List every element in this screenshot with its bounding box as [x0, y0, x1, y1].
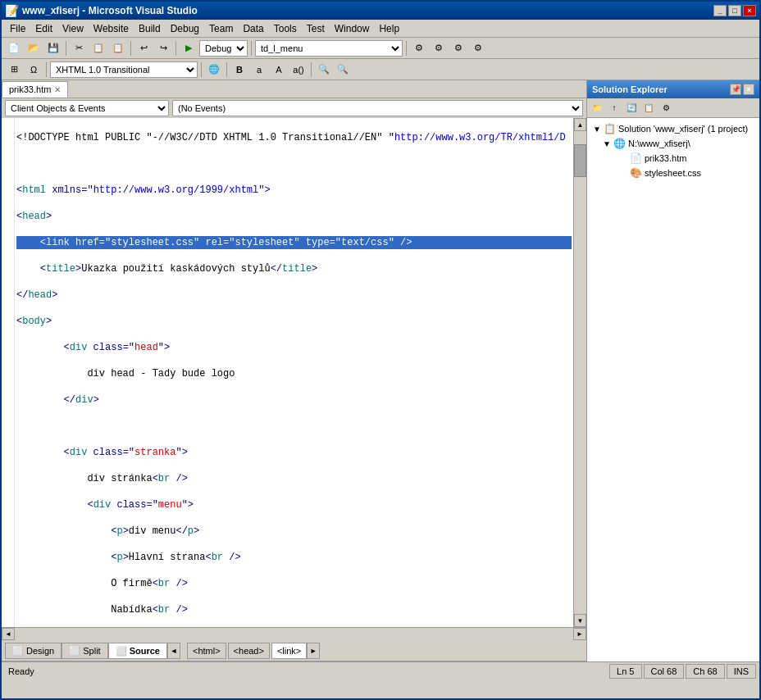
sep8: [226, 62, 227, 77]
menu-debug[interactable]: Debug: [166, 21, 204, 36]
close-sol-btn[interactable]: ×: [743, 84, 754, 95]
breadcrumb-link[interactable]: <link>: [271, 643, 307, 659]
save-btn[interactable]: 💾: [44, 39, 62, 57]
scroll-up-btn[interactable]: ▲: [574, 118, 586, 131]
design-btn[interactable]: ⬜ Design: [5, 643, 62, 659]
code-line-5: <link href="stylesheet.css" rel="stylesh…: [16, 236, 572, 249]
target-dropdown[interactable]: td_l_menu: [255, 40, 403, 57]
web-btn[interactable]: 🌐: [205, 61, 223, 79]
scroll-down-btn[interactable]: ▼: [574, 614, 586, 627]
split-icon: ⬜: [69, 646, 80, 657]
tree-project[interactable]: ▼ 🌐 N:\www_xfiserj\: [587, 136, 759, 151]
code-line-9: <div class="head">: [16, 341, 572, 354]
code-line-8: <body>: [16, 315, 572, 328]
code-line-14: div stránka<br />: [16, 472, 572, 485]
paste-btn[interactable]: 📋: [109, 39, 127, 57]
code-line-17: <p>Hlavní strana<br />: [16, 551, 572, 564]
menu-bar: File Edit View Website Build Debug Team …: [2, 20, 759, 38]
menu-view[interactable]: View: [57, 21, 89, 36]
breadcrumb-html[interactable]: <html>: [187, 643, 226, 659]
tree-toggle-project: ▼: [600, 139, 613, 148]
project-label: N:\www_xfiserj\: [628, 139, 690, 148]
solution-icon: 📋: [604, 123, 616, 134]
split-btn[interactable]: ⬜ Split: [62, 643, 107, 659]
format-btn2[interactable]: a: [250, 61, 268, 79]
spacer2: [617, 169, 630, 178]
copy-btn[interactable]: 📋: [89, 39, 107, 57]
client-objects-dropdown[interactable]: Client Objects & Events: [5, 100, 169, 116]
menu-tools[interactable]: Tools: [269, 21, 302, 36]
menu-build[interactable]: Build: [134, 21, 166, 36]
scroll-thumb[interactable]: [574, 144, 586, 177]
css-icon: 🎨: [630, 167, 642, 179]
code-editor[interactable]: <!DOCTYPE html PUBLIC "-//W3C//DTD XHTML…: [15, 118, 573, 627]
redo-btn[interactable]: ↪: [154, 39, 172, 57]
tree-file-prik33[interactable]: 📄 prik33.htm: [587, 151, 759, 166]
code-line-4: <head>: [16, 210, 572, 223]
close-button[interactable]: ×: [743, 5, 756, 16]
tab-prik33[interactable]: prik33.htm ✕: [2, 81, 68, 98]
title-bar: 📝 www_xfiserj - Microsoft Visual Studio …: [2, 2, 759, 20]
format-btn4[interactable]: a(): [289, 61, 308, 79]
menu-data[interactable]: Data: [238, 21, 268, 36]
menu-website[interactable]: Website: [89, 21, 134, 36]
sep9: [311, 62, 312, 77]
sol-btn-2[interactable]: ↑: [606, 100, 622, 116]
pin-btn[interactable]: 📌: [730, 84, 741, 95]
sol-btn-1[interactable]: 📁: [589, 100, 605, 116]
breadcrumb-left-btn[interactable]: ◄: [167, 643, 180, 659]
sol-btn-4[interactable]: 📋: [640, 100, 657, 116]
tree-solution[interactable]: ▼ 📋 Solution 'www_xfiserj' (1 project): [587, 121, 759, 136]
more-btn3[interactable]: ⚙: [449, 39, 467, 57]
solution-header-buttons: 📌 ×: [730, 84, 754, 95]
debug-dropdown[interactable]: Debug: [199, 40, 248, 57]
code-line-2: [16, 157, 572, 170]
breadcrumb-right-btn[interactable]: ►: [307, 643, 320, 659]
sep2: [130, 41, 131, 56]
run-btn[interactable]: ▶: [180, 39, 198, 57]
code-line-6: <title>Ukazka použití kaskádových stylů<…: [16, 262, 572, 275]
status-ln: Ln 5: [609, 664, 641, 679]
more-btn4[interactable]: ⚙: [469, 39, 487, 57]
source-btn[interactable]: ⬜ Source: [108, 643, 167, 659]
cut-btn[interactable]: ✂: [70, 39, 88, 57]
horizontal-scrollbar[interactable]: ◄ ►: [2, 627, 586, 640]
source-label: Source: [130, 646, 160, 656]
sol-btn-5[interactable]: ⚙: [658, 100, 674, 116]
bottom-toolbar: ⬜ Design ⬜ Split ⬜ Source ◄ <html> <head…: [2, 640, 586, 661]
breadcrumb-head[interactable]: <head>: [228, 643, 270, 659]
undo-btn[interactable]: ↩: [134, 39, 153, 57]
events-dropdown[interactable]: (No Events): [172, 100, 583, 116]
sep6: [46, 62, 47, 77]
new-btn[interactable]: 📄: [5, 39, 23, 57]
zoom-out-btn[interactable]: 🔍: [315, 61, 333, 79]
vertical-scrollbar[interactable]: ▲ ▼: [573, 118, 586, 627]
menu-help[interactable]: Help: [374, 21, 404, 36]
tree-file-stylesheet[interactable]: 🎨 stylesheet.css: [587, 166, 759, 180]
maximize-button[interactable]: □: [728, 5, 741, 16]
sol-btn-3[interactable]: 🔄: [623, 100, 640, 116]
solution-toolbar: 📁 ↑ 🔄 📋 ⚙: [587, 98, 759, 118]
format-btn3[interactable]: A: [270, 61, 288, 79]
style-btn[interactable]: Ω: [25, 61, 43, 79]
open-btn[interactable]: 📂: [25, 39, 43, 57]
ln-label: Ln 5: [617, 666, 634, 676]
menu-team[interactable]: Team: [204, 21, 238, 36]
minimize-button[interactable]: _: [713, 5, 727, 16]
ins-label: INS: [734, 666, 749, 676]
zoom-in-btn[interactable]: 🔍: [334, 61, 352, 79]
more-btn1[interactable]: ⚙: [410, 39, 428, 57]
tab-close-icon[interactable]: ✕: [54, 85, 61, 94]
menu-window[interactable]: Window: [330, 21, 375, 36]
menu-edit[interactable]: Edit: [30, 21, 57, 36]
code-line-13: <div class="stranka">: [16, 446, 572, 459]
scroll-right-btn[interactable]: ►: [573, 628, 586, 640]
menu-file[interactable]: File: [5, 21, 30, 36]
scroll-left-btn[interactable]: ◄: [2, 628, 15, 640]
toolbar-secondary: ⊞ Ω XHTML 1.0 Transitional 🌐 B a A a() 🔍…: [2, 59, 759, 80]
menu-test[interactable]: Test: [302, 21, 330, 36]
more-btn2[interactable]: ⚙: [430, 39, 448, 57]
doctype-dropdown[interactable]: XHTML 1.0 Transitional: [50, 61, 198, 78]
html-btn[interactable]: ⊞: [5, 61, 23, 79]
bold-btn[interactable]: B: [230, 61, 248, 79]
